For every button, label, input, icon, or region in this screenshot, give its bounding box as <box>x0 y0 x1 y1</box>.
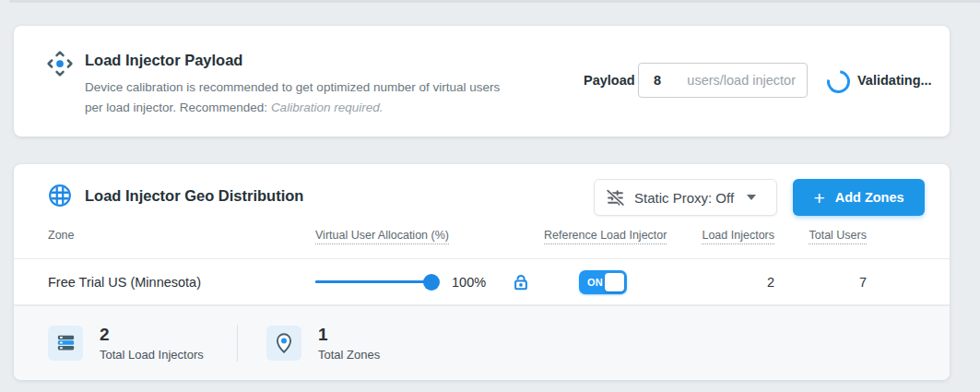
top-divider <box>9 0 980 3</box>
total-zones-value: 1 <box>318 326 380 343</box>
payload-input-suffix: users/load injector <box>687 73 796 88</box>
zones-table-header: Zone Virtual User Allocation (%) Referen… <box>14 229 950 259</box>
slider-thumb[interactable] <box>423 274 440 291</box>
reference-load-injector-cell: ON <box>544 270 682 294</box>
total-zones-label: Total Zones <box>318 348 380 362</box>
payload-field-label: Payload <box>584 73 635 88</box>
server-stack-icon-tile <box>48 326 83 361</box>
server-stack-icon <box>55 332 77 353</box>
column-header-zone: Zone <box>48 229 315 258</box>
load-injector-payload-card: Load Injector Payload Device calibration… <box>14 26 950 137</box>
total-load-injectors-label: Total Load Injectors <box>100 348 204 362</box>
lock-open-icon[interactable] <box>511 272 531 292</box>
payload-input[interactable]: 8 users/load injector <box>638 63 808 98</box>
spinner-icon <box>822 65 855 98</box>
static-proxy-label: Static Proxy: Off <box>634 190 734 206</box>
geo-card-title: Load Injector Geo Distribution <box>85 187 303 205</box>
total-zones-stat: 1 Total Zones <box>266 326 380 362</box>
total-load-injectors-value: 2 <box>100 326 204 343</box>
move-crosshair-icon <box>46 50 74 77</box>
location-pin-icon-tile <box>266 326 301 361</box>
static-proxy-dropdown[interactable]: Static Proxy: Off <box>594 179 777 216</box>
allocation-slider[interactable] <box>315 280 431 283</box>
plus-icon: + <box>813 188 824 208</box>
description-line1: Device calibration is recommended to get… <box>85 80 500 94</box>
column-header-total-users: Total Users <box>774 229 867 258</box>
add-zones-label: Add Zones <box>835 190 904 205</box>
location-pin-icon <box>273 332 295 354</box>
add-zones-button[interactable]: + Add Zones <box>793 179 925 216</box>
allocation-percent: 100% <box>452 275 489 290</box>
slider-fill <box>315 280 431 283</box>
stat-text: 2 Total Load Injectors <box>100 326 204 362</box>
load-injectors-value: 2 <box>682 275 774 290</box>
total-load-injectors-stat: 2 Total Load Injectors <box>48 326 237 362</box>
payload-card-description: Device calibration is recommended to get… <box>85 77 500 117</box>
description-emphasis: Calibration required. <box>271 101 384 114</box>
globe-grid-icon <box>48 184 72 208</box>
column-header-load-injectors: Load Injectors <box>682 229 774 258</box>
total-users-value: 7 <box>774 275 867 290</box>
allocation-cell: 100% <box>315 272 544 292</box>
zone-name: Free Trial US (Minnesota) <box>48 275 315 290</box>
toggle-on-label: ON <box>587 277 603 288</box>
summary-footer: 2 Total Load Injectors 1 Total Zones <box>14 305 950 380</box>
stat-text: 1 Total Zones <box>318 326 380 362</box>
toggle-knob <box>605 273 624 291</box>
payload-card-title: Load Injector Payload <box>85 52 242 69</box>
description-line2: per load injector. Recommended: <box>85 101 271 114</box>
geo-distribution-card: Load Injector Geo Distribution Static Pr… <box>14 164 950 380</box>
column-header-allocation: Virtual User Allocation (%) <box>315 229 544 258</box>
stat-divider <box>237 325 238 362</box>
chevron-down-icon <box>747 195 756 200</box>
validating-status: Validating... <box>857 73 932 88</box>
column-header-reference-load-injector: Reference Load Injector <box>544 229 682 258</box>
reference-load-injector-toggle[interactable]: ON <box>579 270 627 294</box>
tune-off-icon <box>606 188 625 208</box>
zone-table-row: Free Trial US (Minnesota) 100% ON 2 7 <box>14 259 950 305</box>
payload-input-value: 8 <box>654 73 661 88</box>
